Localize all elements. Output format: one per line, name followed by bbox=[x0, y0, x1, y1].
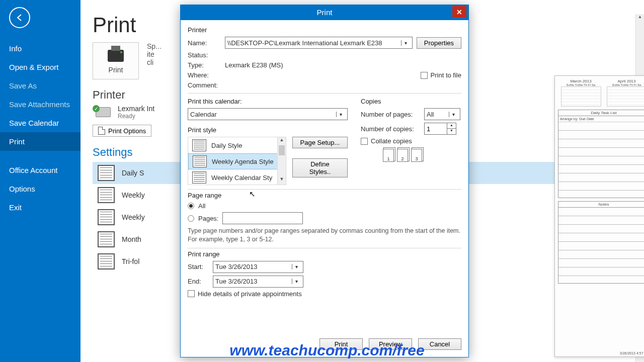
sidebar-item-options[interactable]: Options bbox=[0, 179, 80, 198]
sidebar-item-print[interactable]: Print bbox=[0, 132, 80, 151]
sidebar-item-save-calendar[interactable]: Save Calendar bbox=[0, 114, 80, 132]
print-style-listbox[interactable]: Daily StyleWeekly Agenda StyleWeekly Cal… bbox=[188, 137, 286, 185]
comment-label: Comment: bbox=[188, 81, 225, 89]
mini-cal-2-dow: SuMo TuWe Th Fr Sa bbox=[607, 83, 645, 86]
collate-page-icon: 2 bbox=[397, 149, 408, 162]
dialog-print-button[interactable]: Print bbox=[319, 338, 363, 350]
calendar-select[interactable]: Calendar ▾ bbox=[188, 108, 348, 120]
style-label: Tri-fol bbox=[122, 257, 139, 265]
preview-tasklist-head: Daily Task List bbox=[558, 110, 644, 116]
collate-page-icon: 1 bbox=[383, 149, 394, 162]
mini-cal-1-title: March 2013 bbox=[561, 79, 601, 83]
hide-private-check[interactable]: Hide details of private appointments bbox=[188, 290, 461, 298]
style-thumb-icon bbox=[98, 209, 115, 225]
print-style-item[interactable]: Weekly Calendar Sty bbox=[188, 169, 286, 185]
preview-notes-head: Notes bbox=[558, 202, 644, 208]
spin-down-icon[interactable]: ▼ bbox=[447, 129, 456, 134]
style-thumb-icon bbox=[193, 155, 207, 167]
num-copies-label: Number of copies: bbox=[361, 125, 420, 133]
printer-name-select[interactable]: \\DESKTOP-PC\Lexmark International Lexma… bbox=[225, 37, 413, 49]
printer-name: Lexmark Int bbox=[118, 105, 154, 113]
properties-button[interactable]: Properties bbox=[417, 37, 461, 49]
sidebar-item-exit[interactable]: Exit bbox=[0, 198, 80, 217]
page-setup-button[interactable]: Page Setup... bbox=[292, 137, 348, 148]
print-to-file-label: Print to file bbox=[431, 71, 461, 79]
style-item-label: Weekly Calendar Sty bbox=[211, 174, 272, 182]
chevron-down-icon: ▾ bbox=[292, 279, 301, 284]
sidebar-item-info[interactable]: Info bbox=[0, 39, 80, 58]
name-label: Name: bbox=[188, 39, 221, 47]
start-date-value: Tue 3/26/2013 bbox=[215, 263, 257, 270]
style-label: Month bbox=[122, 235, 141, 243]
start-label: Start: bbox=[188, 263, 209, 270]
print-desc: Sp... ite cli bbox=[147, 42, 162, 66]
checkbox-icon bbox=[188, 290, 195, 297]
mini-cal-1-dow: SuMo TuWe Th Fr Sa bbox=[561, 83, 601, 86]
sidebar-item-open-export[interactable]: Open & Export bbox=[0, 58, 80, 76]
print-options-label: Print Options bbox=[108, 127, 146, 135]
spin-up-icon[interactable]: ▲ bbox=[447, 123, 456, 129]
define-styles-button[interactable]: Define Styles.. bbox=[292, 158, 348, 177]
page-range-hint: Type page numbers and/or page ranges sep… bbox=[188, 227, 461, 244]
printer-ready: Ready bbox=[118, 113, 154, 120]
end-date-value: Tue 3/26/2013 bbox=[215, 278, 257, 285]
style-label: Weekly bbox=[122, 191, 145, 199]
pages-input[interactable] bbox=[222, 212, 303, 224]
dialog-cancel-button[interactable]: Cancel bbox=[418, 338, 461, 350]
style-thumb-icon bbox=[192, 171, 206, 184]
collate-check[interactable]: Collate copies bbox=[361, 137, 461, 145]
end-date-select[interactable]: Tue 3/26/2013 ▾ bbox=[213, 276, 303, 288]
style-scrollbar[interactable]: ▲ ▼ bbox=[277, 137, 286, 185]
scroll-up-icon[interactable]: ▲ bbox=[636, 14, 644, 23]
page-range-all-radio[interactable]: All bbox=[188, 202, 461, 210]
scroll-thumb[interactable] bbox=[279, 145, 285, 155]
num-copies-spinner[interactable]: ▲▼ bbox=[424, 123, 456, 135]
scroll-down-icon[interactable]: ▼ bbox=[278, 176, 286, 185]
page-range-pages-radio[interactable]: Pages: bbox=[188, 212, 461, 224]
chevron-down-icon: ▾ bbox=[449, 112, 458, 117]
print-big-button[interactable]: Print bbox=[93, 42, 139, 79]
chevron-down-icon: ▾ bbox=[401, 40, 410, 46]
mini-cal-2-grid bbox=[607, 86, 645, 107]
copies-label: Copies bbox=[361, 98, 461, 105]
style-item-label: Daily Style bbox=[211, 142, 242, 149]
mini-cal-1-grid bbox=[561, 86, 601, 107]
collate-preview: 1 2 3 bbox=[383, 149, 461, 162]
calendar-select-value: Calendar bbox=[190, 111, 217, 118]
start-date-select[interactable]: Tue 3/26/2013 ▾ bbox=[213, 261, 303, 273]
style-thumb-icon bbox=[98, 231, 115, 247]
print-calendar-label: Print this calendar: bbox=[188, 98, 348, 105]
status-label: Status: bbox=[188, 51, 221, 59]
preview-task-lines bbox=[558, 122, 644, 198]
print-style-item[interactable]: Daily Style bbox=[188, 137, 286, 153]
style-label: Weekly bbox=[122, 213, 145, 221]
preview-notes-lines bbox=[558, 208, 644, 283]
backstage-sidebar: InfoOpen & ExportSave AsSave Attachments… bbox=[0, 0, 80, 362]
radio-checked-icon bbox=[188, 203, 194, 209]
style-thumb-icon bbox=[192, 139, 206, 151]
back-button[interactable] bbox=[9, 7, 30, 28]
scroll-up-icon[interactable]: ▲ bbox=[278, 137, 286, 145]
print-options-button[interactable]: Print Options bbox=[93, 125, 151, 137]
style-thumb-icon bbox=[98, 165, 115, 181]
chevron-down-icon: ▾ bbox=[336, 112, 345, 117]
printer-status-icon bbox=[93, 105, 113, 119]
dialog-close-button[interactable]: ✕ bbox=[452, 6, 466, 18]
num-pages-label: Number of pages: bbox=[361, 111, 420, 118]
chevron-down-icon: ▾ bbox=[292, 264, 301, 269]
style-thumb-icon bbox=[98, 253, 115, 269]
style-thumb-icon bbox=[98, 187, 115, 203]
printer-name-value: \\DESKTOP-PC\Lexmark International Lexma… bbox=[227, 39, 382, 47]
sidebar-item-save-attachments[interactable]: Save Attachments bbox=[0, 95, 80, 114]
sidebar-item-save-as[interactable]: Save As bbox=[0, 76, 80, 95]
dialog-preview-button[interactable]: Preview bbox=[369, 338, 412, 350]
num-copies-input[interactable] bbox=[425, 123, 447, 134]
where-label: Where: bbox=[188, 71, 221, 79]
sidebar-item-office-account[interactable]: Office Account bbox=[0, 161, 80, 179]
checkbox-icon bbox=[421, 72, 428, 79]
print-style-item[interactable]: Weekly Agenda Style bbox=[188, 153, 286, 169]
print-preview-pane: March 2013 SuMo TuWe Th Fr Sa April 2013… bbox=[554, 75, 644, 357]
num-pages-select[interactable]: All ▾ bbox=[424, 108, 460, 120]
print-to-file-check[interactable]: Print to file bbox=[421, 71, 461, 79]
page-range-pages-label: Pages: bbox=[198, 215, 218, 222]
